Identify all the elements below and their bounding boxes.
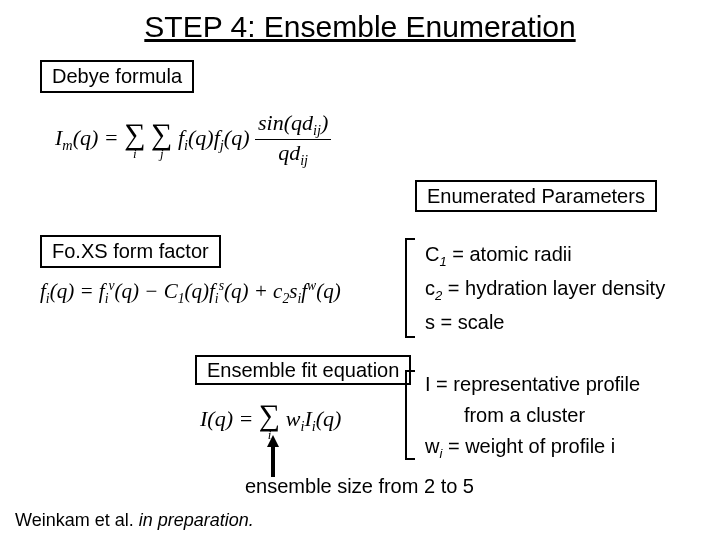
param-list-2: I = representative profile from a cluste… <box>425 370 640 466</box>
param-list-1: C1 = atomic radii c2 = hydration layer d… <box>425 240 665 339</box>
ensemble-fit-box: Ensemble fit equation <box>195 355 411 385</box>
ensemble-size-caption: ensemble size from 2 to 5 <box>245 475 474 498</box>
param-w: wi = weight of profile i <box>425 432 640 463</box>
page-title: STEP 4: Ensemble Enumeration <box>0 10 720 44</box>
param-c1: C1 = atomic radii <box>425 240 665 271</box>
param-I-2: from a cluster <box>425 401 640 429</box>
debye-formula: Im(q) = ∑i ∑j fi(q)fj(q) sin(qdij) qdij <box>55 110 331 170</box>
foxs-formula: fi(q) = fiv(q) − C1(q)fis(q) + c2sifw(q) <box>40 278 341 307</box>
param-s: s = scale <box>425 308 665 336</box>
param-c2: c2 = hydration layer density <box>425 274 665 305</box>
param-I: I = representative profile <box>425 370 640 398</box>
bracket-params-2 <box>405 370 415 460</box>
debye-formula-box: Debye formula <box>40 60 194 93</box>
foxs-box: Fo.XS form factor <box>40 235 221 268</box>
bracket-params-1 <box>405 238 415 338</box>
citation: Weinkam et al. in preparation. <box>15 510 254 531</box>
enumerated-params-box: Enumerated Parameters <box>415 180 657 212</box>
